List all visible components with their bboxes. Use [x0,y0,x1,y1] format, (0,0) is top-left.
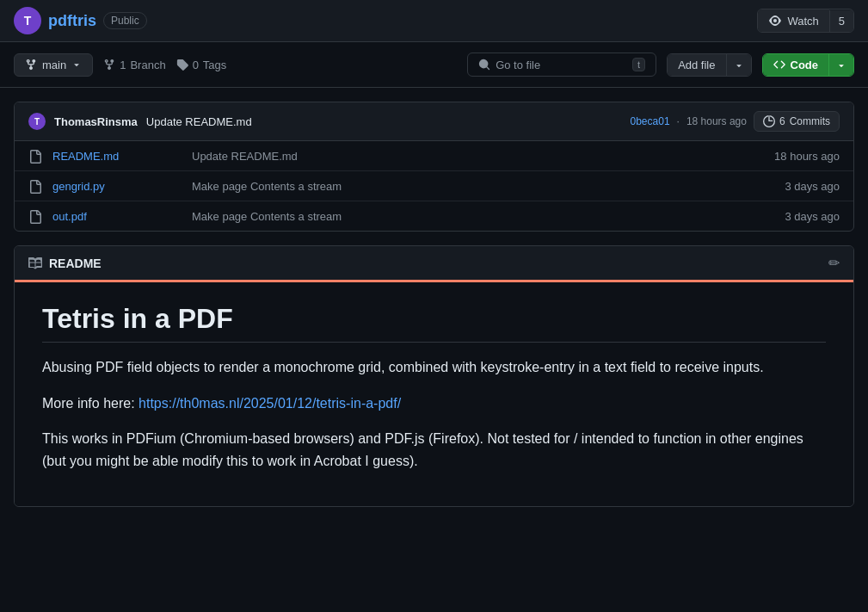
file-icon [28,148,42,164]
tags-count: 0 [193,59,199,71]
file-commit-gengrid: Make page Contents a stream [192,180,743,193]
readme-label: README [49,257,102,270]
watch-count-button[interactable]: 5 [829,10,853,32]
add-file-main-button[interactable]: Add file [668,54,725,76]
commit-meta: 0beca01 · 18 hours ago 6 Commits [631,111,840,132]
table-row: out.pdf Make page Contents a stream 3 da… [15,201,853,231]
tag-icon [176,59,188,71]
tags-link[interactable]: 0 Tags [176,59,227,71]
readme-heading: Tetris in a PDF [42,303,826,343]
readme-paragraph-1: Abusing PDF field objects to render a mo… [42,356,826,379]
branch-small-icon [103,59,115,71]
readme-paragraph-3: This works in PDFium (Chromium-based bro… [42,428,826,472]
branch-icon [25,59,37,71]
commit-message[interactable]: Update README.md [146,115,252,128]
code-button-group: Code [762,53,855,77]
readme-paragraph-2: More info here: https://th0mas.nl/2025/0… [42,393,826,415]
file-commit-outpdf: Make page Contents a stream [192,210,743,223]
chevron-down-icon [71,59,82,70]
readme-body: Tetris in a PDF Abusing PDF field object… [15,282,853,506]
search-icon [478,59,490,71]
commits-history-link[interactable]: 6 Commits [754,111,840,132]
chevron-down-small-icon [734,60,744,71]
file-commit-readme: Update README.md [192,150,743,163]
watch-label: Watch [787,15,818,28]
branches-count: 1 [120,59,126,71]
code-icon [773,59,785,71]
file-name-readme[interactable]: README.md [52,150,182,163]
code-main-button[interactable]: Code [763,54,829,76]
watch-main-button[interactable]: Watch [758,9,828,32]
clock-icon [763,115,775,127]
toolbar: main 1 Branch 0 Tags Go to file t Add fi… [0,42,868,88]
top-bar: T pdftris Public Watch 5 [0,0,868,42]
watch-button-group: Watch 5 [757,9,854,33]
file-doc-icon [28,150,42,164]
commit-separator: · [677,115,680,127]
file-name-outpdf[interactable]: out.pdf [52,210,182,223]
commits-label: Commits [790,115,830,127]
commit-author-avatar: T [28,113,46,130]
file-pdf-icon [28,210,42,224]
readme-more-info-prefix: More info here: [42,396,139,411]
repo-name[interactable]: pdftris [48,12,96,30]
code-label: Code [791,59,819,71]
branches-label: Branch [130,59,165,71]
commits-count: 6 [779,115,785,127]
search-placeholder: Go to file [496,59,540,71]
branches-link[interactable]: 1 Branch [103,59,165,71]
repo-title: T pdftris Public [14,7,147,34]
file-icon [28,178,42,194]
chevron-down-code-icon [836,60,846,71]
file-icon [28,208,42,224]
table-row: README.md Update README.md 18 hours ago [15,141,853,171]
search-shortcut: t [632,58,645,71]
file-name-gengrid[interactable]: gengrid.py [52,180,182,193]
readme-header: README ✏ [15,246,853,282]
readme-section: README ✏ Tetris in a PDF Abusing PDF fie… [14,245,854,507]
book-icon [28,257,42,270]
commit-header: T ThomasRinsma Update README.md 0beca01 … [15,102,853,141]
file-time-readme: 18 hours ago [754,150,840,163]
branch-selector[interactable]: main [14,53,93,77]
readme-link[interactable]: https://th0mas.nl/2025/01/12/tetris-in-a… [139,396,401,411]
file-time-outpdf: 3 days ago [754,210,840,223]
file-table: T ThomasRinsma Update README.md 0beca01 … [14,102,854,232]
code-caret-button[interactable] [828,54,853,76]
go-to-file-search[interactable]: Go to file t [467,53,656,77]
edit-readme-button[interactable]: ✏ [828,255,840,271]
file-code-icon [28,180,42,194]
readme-title-row: README [28,257,102,270]
table-row: gengrid.py Make page Contents a stream 3… [15,171,853,201]
commit-author-name[interactable]: ThomasRinsma [54,115,138,128]
commit-sha[interactable]: 0beca01 [631,115,670,127]
branch-name: main [42,59,66,71]
visibility-badge: Public [103,12,147,29]
eye-icon [768,14,782,28]
tags-label: Tags [203,59,226,71]
commit-time: 18 hours ago [686,115,747,127]
add-file-caret-button[interactable] [726,54,751,76]
avatar: T [14,7,41,34]
add-file-button-group: Add file [667,53,751,77]
file-time-gengrid: 3 days ago [754,180,840,193]
